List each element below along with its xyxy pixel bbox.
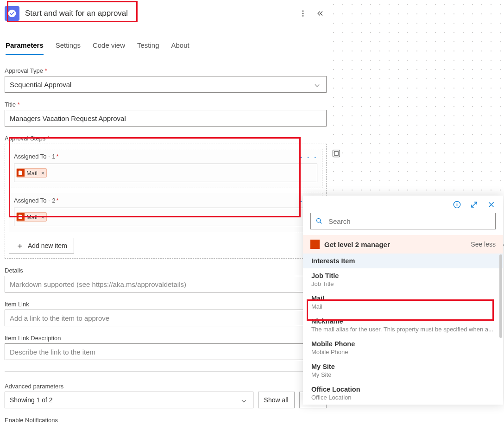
svg-point-2 [302, 15, 304, 17]
close-icon[interactable] [487, 200, 496, 209]
property-interests-item[interactable]: Interests Item [303, 254, 503, 268]
collapse-pane-icon[interactable] [315, 9, 324, 18]
dynamic-token-mail-2[interactable]: Mail × [16, 212, 47, 222]
see-less-link[interactable]: See less [471, 241, 496, 248]
add-new-item-button[interactable]: ＋ Add new item [9, 238, 74, 254]
svg-point-8 [317, 219, 321, 222]
remove-token-icon[interactable]: × [41, 170, 45, 177]
field-item-link-desc: Item Link Description Describe the link … [5, 335, 327, 360]
input-item-link[interactable]: Add a link to the item to approve [5, 310, 327, 326]
property-mobile-phone[interactable]: Mobile Phone Mobile Phone [303, 336, 503, 359]
assigned-to-input-2[interactable]: Mail × [14, 208, 317, 226]
search-field[interactable] [328, 217, 491, 226]
svg-point-1 [302, 13, 304, 14]
svg-line-9 [320, 222, 321, 223]
search-input[interactable] [310, 213, 496, 229]
property-list: Interests Item Job Title Job Title Mail … [303, 254, 503, 405]
dynamic-token-mail-1[interactable]: Mail × [16, 168, 47, 178]
field-approval-type: Approval Type Sequential Approval [5, 67, 327, 93]
divider [5, 371, 327, 372]
search-icon [315, 217, 323, 225]
property-mail[interactable]: Mail Mail [303, 291, 503, 314]
tab-settings[interactable]: Settings [56, 38, 81, 55]
action-config-pane: Start and wait for an approval Parameter… [5, 2, 327, 425]
property-office-location[interactable]: Office Location Office Location [303, 382, 503, 405]
office-icon [310, 240, 320, 249]
assigned-to-input-1[interactable]: Mail × [14, 164, 317, 182]
label-item-link-desc: Item Link Description [5, 335, 327, 342]
more-options-icon[interactable] [299, 9, 307, 18]
info-icon[interactable] [453, 200, 461, 209]
step-label-1: Assigned To - 1* [14, 153, 58, 160]
svg-rect-7 [457, 204, 458, 206]
steps-container: Assigned To - 1* · · · Mail × Assigned T… [5, 144, 327, 259]
chevron-down-icon [241, 398, 246, 402]
label-approval-type: Approval Type [5, 67, 327, 74]
source-header[interactable]: Get level 2 manager See less [303, 235, 503, 254]
office-icon [17, 169, 25, 177]
step-label-2: Assigned To - 2* [14, 197, 58, 204]
tab-codeview[interactable]: Code view [93, 38, 125, 55]
show-all-button[interactable]: Show all [258, 392, 295, 408]
design-canvas [329, 0, 504, 199]
label-title: Title [5, 101, 327, 108]
field-approval-steps: Approval Steps Assigned To - 1* · · · Ma… [5, 135, 327, 259]
input-title[interactable]: Managers Vacation Request Approval [5, 110, 327, 127]
label-details: Details [5, 267, 327, 274]
field-item-link: Item Link Add a link to the item to appr… [5, 301, 327, 326]
plus-icon: ＋ [16, 240, 24, 251]
dynamic-content-flyout: Get level 2 manager See less Interests I… [303, 196, 503, 405]
input-item-link-desc[interactable]: Describe the link to the item [5, 343, 327, 360]
input-details[interactable]: Markdown supported (see https://aka.ms/a… [5, 276, 327, 292]
select-approval-type[interactable]: Sequential Approval [5, 76, 327, 93]
svg-point-6 [457, 203, 458, 203]
svg-rect-3 [333, 150, 340, 157]
select-advanced[interactable]: Showing 1 of 2 [5, 392, 253, 408]
field-advanced: Advanced parameters Showing 1 of 2 Show … [5, 383, 327, 408]
field-enable-notifications: Enable Notifications Yes [5, 417, 327, 425]
office-icon [17, 213, 25, 221]
label-item-link: Item Link [5, 301, 327, 308]
tab-testing[interactable]: Testing [137, 38, 159, 55]
source-title: Get level 2 manager [324, 241, 390, 248]
step-item-2: Assigned To - 2* · · · Mail × [9, 193, 322, 232]
label-approval-steps: Approval Steps [5, 135, 327, 142]
expand-icon[interactable] [470, 200, 479, 209]
scrollbar[interactable] [499, 254, 502, 338]
remove-token-icon[interactable]: × [41, 214, 45, 221]
action-title: Start and wait for an approval [25, 9, 299, 18]
field-title: Title Managers Vacation Request Approval [5, 101, 327, 127]
step-item-1: Assigned To - 1* · · · Mail × [9, 149, 322, 188]
tab-about[interactable]: About [171, 38, 189, 55]
tab-parameters[interactable]: Parameters [6, 38, 44, 55]
property-nickname[interactable]: Nickname The mail alias for the user. Th… [303, 314, 503, 336]
property-my-site[interactable]: My Site My Site [303, 359, 503, 382]
svg-rect-4 [334, 152, 338, 155]
label-advanced: Advanced parameters [5, 383, 327, 390]
chevron-down-icon [315, 82, 320, 87]
svg-point-0 [302, 10, 304, 12]
step-menu-1[interactable]: · · · [300, 155, 317, 158]
approval-action-icon [5, 6, 19, 21]
tab-strip: Parameters Settings Code view Testing Ab… [5, 38, 327, 56]
collapse-steps-icon[interactable] [332, 149, 341, 158]
field-details: Details Markdown supported (see https://… [5, 267, 327, 292]
label-enable-notifications: Enable Notifications [5, 417, 327, 424]
property-job-title[interactable]: Job Title Job Title [303, 268, 503, 291]
